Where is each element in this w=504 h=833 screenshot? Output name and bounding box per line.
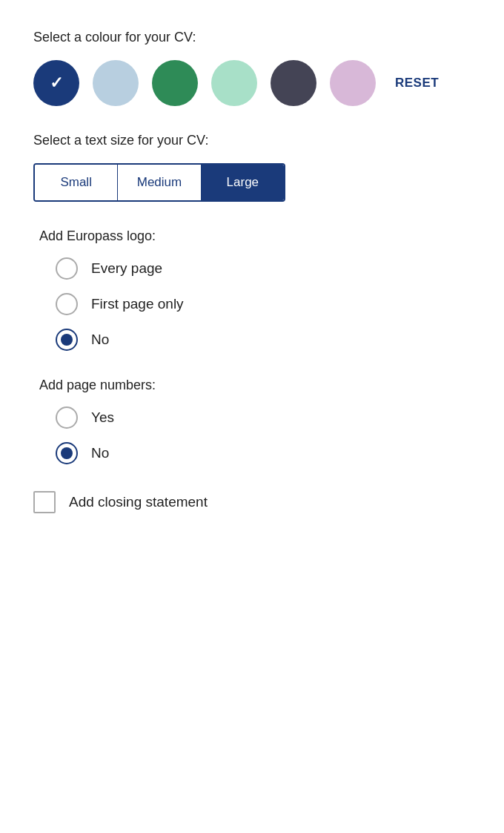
page-numbers-no-item[interactable]: No [56, 442, 471, 464]
swatch-dark-blue[interactable] [33, 60, 79, 106]
closing-statement-section: Add closing statement [33, 491, 471, 513]
size-large-button[interactable]: Large [202, 165, 284, 200]
closing-statement-label: Add closing statement [69, 494, 208, 510]
text-size-label: Select a text size for your CV: [33, 133, 471, 148]
logo-no-label: No [91, 332, 109, 348]
swatch-light-blue-gray[interactable] [93, 60, 139, 106]
swatch-dark-gray[interactable] [271, 60, 316, 106]
page-numbers-section: Add page numbers: Yes No [33, 378, 471, 464]
logo-section: Add Europass logo: Every page First page… [33, 228, 471, 351]
swatch-mint[interactable] [211, 60, 257, 106]
page-numbers-radio-group: Yes No [56, 406, 471, 464]
page-numbers-label: Add page numbers: [39, 378, 471, 393]
logo-first-page-label: First page only [91, 296, 184, 312]
size-medium-button[interactable]: Medium [118, 165, 201, 200]
size-small-button[interactable]: Small [35, 165, 118, 200]
logo-every-page-item[interactable]: Every page [56, 257, 471, 280]
closing-statement-checkbox[interactable] [33, 491, 56, 513]
logo-first-page-item[interactable]: First page only [56, 293, 471, 315]
logo-every-page-label: Every page [91, 260, 162, 277]
reset-button[interactable]: RESET [395, 76, 439, 90]
size-toggle-group: Small Medium Large [33, 163, 285, 202]
page-numbers-yes-radio[interactable] [56, 406, 78, 429]
logo-radio-group: Every page First page only No [56, 257, 471, 351]
page-numbers-yes-label: Yes [91, 409, 114, 426]
text-size-section: Select a text size for your CV: Small Me… [33, 133, 471, 202]
logo-no-item[interactable]: No [56, 329, 471, 351]
colour-section-label: Select a colour for your CV: [33, 30, 471, 45]
page-numbers-yes-item[interactable]: Yes [56, 406, 471, 429]
page-numbers-no-label: No [91, 445, 109, 461]
logo-section-label: Add Europass logo: [39, 228, 471, 244]
logo-first-page-radio[interactable] [56, 293, 78, 315]
swatch-lavender[interactable] [330, 60, 376, 106]
page-numbers-no-radio[interactable] [56, 442, 78, 464]
colour-section: Select a colour for your CV: RESET [33, 30, 471, 106]
colour-swatches: RESET [33, 60, 471, 106]
swatch-green[interactable] [152, 60, 198, 106]
logo-every-page-radio[interactable] [56, 257, 78, 280]
logo-no-radio[interactable] [56, 329, 78, 351]
